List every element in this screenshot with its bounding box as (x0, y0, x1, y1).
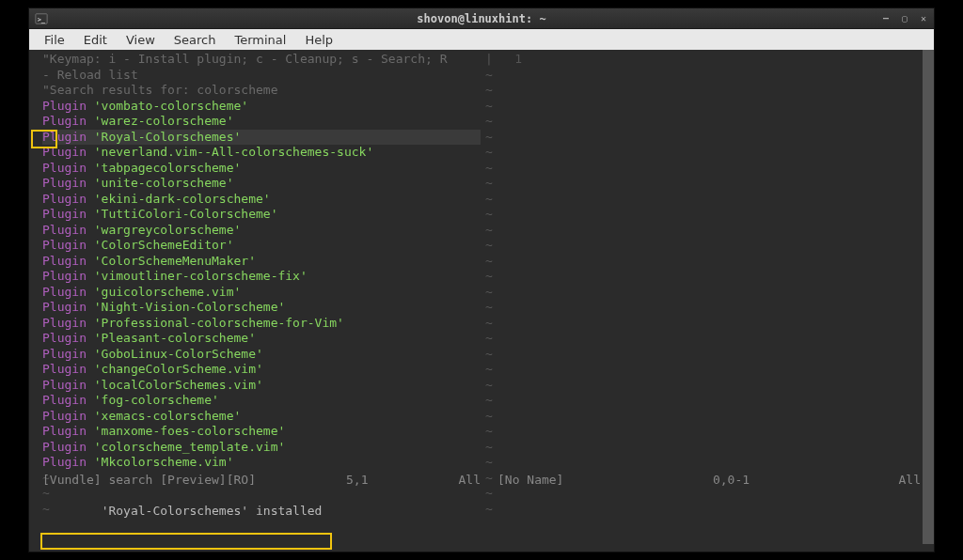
plugin-row[interactable]: Plugin 'GoboLinux-ColorScheme' (42, 347, 481, 363)
plugin-row[interactable]: Plugin 'Professional-colorscheme-for-Vim… (42, 316, 481, 332)
plugin-keyword: Plugin (42, 285, 94, 299)
plugin-row[interactable]: Plugin 'unite-colorscheme' (42, 176, 481, 192)
menu-edit[interactable]: Edit (74, 31, 117, 49)
plugin-row[interactable]: Plugin 'warez-colorscheme' (42, 114, 481, 130)
plugin-row[interactable]: Plugin 'neverland.vim--All-colorschemes-… (42, 145, 481, 161)
plugin-keyword: Plugin (42, 316, 94, 330)
plugin-name: 'GoboLinux-ColorScheme' (94, 347, 263, 361)
plugin-row[interactable]: Plugin 'guicolorscheme.vim' (42, 285, 481, 301)
menu-file[interactable]: File (35, 31, 74, 49)
close-button[interactable]: ✕ (917, 12, 930, 25)
plugin-row[interactable]: Plugin 'TuttiColori-Colorscheme' (42, 207, 481, 223)
plugin-keyword: Plugin (42, 409, 94, 423)
plugin-name: 'wargreycolorscheme' (94, 223, 242, 237)
plugin-name: 'Night-Vision-Colorscheme' (94, 300, 286, 314)
reload-hint: - Reload list (42, 68, 481, 84)
tilde-line: ~ (485, 99, 930, 115)
plugin-row[interactable]: Plugin 'wargreycolorscheme' (42, 223, 481, 239)
plugin-row[interactable]: Plugin 'ekini-dark-colorscheme' (42, 192, 481, 208)
tilde-line: ~ (485, 176, 930, 192)
tilde-line: ~ (485, 409, 930, 425)
plugin-row[interactable]: Plugin 'manxome-foes-colorscheme' (42, 424, 481, 440)
plugin-name: 'ColorSchemeEditor' (94, 238, 234, 252)
plugin-name: 'localColorSchemes.vim' (94, 378, 263, 392)
plugin-keyword: Plugin (42, 455, 94, 469)
minimize-button[interactable]: — (879, 12, 892, 25)
plugin-keyword: Plugin (42, 300, 94, 314)
plugin-name: 'ColorSchemeMenuMaker' (94, 254, 256, 268)
window-controls: — ▢ ✕ (879, 12, 930, 25)
terminal-window: >_ shovon@linuxhint: ~ — ▢ ✕ File Edit V… (28, 8, 935, 552)
plugin-row[interactable]: Plugin 'Mkcolorscheme.vim' (42, 455, 481, 471)
maximize-button[interactable]: ▢ (898, 12, 911, 25)
plugin-keyword: Plugin (42, 130, 94, 144)
plugin-keyword: Plugin (42, 269, 94, 283)
tilde-line: ~ (485, 192, 930, 208)
titlebar[interactable]: >_ shovon@linuxhint: ~ — ▢ ✕ (29, 8, 934, 29)
status-right-pct: All (899, 473, 921, 489)
plugin-name: 'xemacs-colorscheme' (94, 409, 242, 423)
plugin-keyword: Plugin (42, 347, 94, 361)
plugin-row[interactable]: Plugin 'tabpagecolorscheme' (42, 161, 481, 177)
plugin-row[interactable]: Plugin 'colorscheme_template.vim' (42, 440, 481, 456)
plugin-keyword: Plugin (42, 192, 94, 206)
plugin-name: 'Mkcolorscheme.vim' (94, 455, 234, 469)
plugin-keyword: Plugin (42, 331, 94, 345)
plugin-keyword: Plugin (42, 424, 94, 438)
tilde-line: ~ (485, 114, 930, 130)
tilde-line: ~ (485, 238, 930, 254)
highlight-annotation-cmdline (40, 533, 332, 550)
plugin-row[interactable]: Plugin 'xemacs-colorscheme' (42, 409, 481, 425)
plugin-row[interactable]: Plugin 'ColorSchemeEditor' (42, 238, 481, 254)
plugin-keyword: Plugin (42, 145, 94, 159)
plugin-row[interactable]: Plugin 'Night-Vision-Colorscheme' (42, 300, 481, 316)
plugin-row[interactable]: Plugin 'Pleasant-colorscheme' (42, 331, 481, 347)
status-left-name: [Vundle] search [Preview][RO] (42, 473, 256, 489)
tilde-line: ~ (485, 455, 930, 471)
tilde-line: ~ (485, 207, 930, 223)
window-title: shovon@linuxhint: ~ (417, 12, 545, 25)
menu-help[interactable]: Help (295, 31, 342, 49)
tilde-line: ~ (485, 83, 930, 99)
plugin-keyword: Plugin (42, 161, 94, 175)
cmdline-message: 'Royal-Colorschemes' installed (102, 504, 323, 518)
plugin-keyword: Plugin (42, 440, 94, 454)
plugin-name: 'guicolorscheme.vim' (94, 285, 242, 299)
tilde-line: ~ (485, 68, 930, 84)
keymap-text: i - Install plugin; c - Cleanup; s - Sea… (102, 52, 448, 66)
terminal-icon: >_ (35, 12, 48, 25)
menu-view[interactable]: View (117, 31, 165, 49)
plugin-name: 'warez-colorscheme' (94, 114, 234, 128)
scrollbar-thumb[interactable] (923, 50, 934, 544)
plugin-name: 'changeColorScheme.vim' (94, 362, 263, 376)
status-left-pct: All (459, 473, 481, 489)
menu-terminal[interactable]: Terminal (225, 31, 295, 49)
plugin-name: 'tabpagecolorscheme' (94, 161, 242, 175)
terminal-content[interactable]: "Keymap: i - Install plugin; c - Cleanup… (29, 50, 934, 552)
plugin-name: 'TuttiColori-Colorscheme' (94, 207, 278, 221)
statusline: [Vundle] search [Preview][RO] 5,1 All [N… (42, 473, 921, 489)
menubar: File Edit View Search Terminal Help (29, 29, 934, 50)
svg-text:>_: >_ (38, 15, 46, 23)
plugin-keyword: Plugin (42, 207, 94, 221)
plugin-row[interactable]: Plugin 'vombato-colorscheme' (42, 99, 481, 115)
plugin-row[interactable]: Plugin 'vimoutliner-colorscheme-fix' (42, 269, 481, 285)
plugin-row[interactable]: Plugin 'ColorSchemeMenuMaker' (42, 254, 481, 270)
plugin-name: 'colorscheme_template.vim' (94, 440, 286, 454)
plugin-name: 'unite-colorscheme' (94, 176, 234, 190)
plugin-keyword: Plugin (42, 378, 94, 392)
plugin-row[interactable]: Plugin 'Royal-Colorschemes' (42, 130, 481, 146)
tilde-line: ~ (485, 362, 930, 378)
search-results-header: "Search results for: colorscheme (42, 83, 481, 99)
plugin-row[interactable]: Plugin 'changeColorScheme.vim' (42, 362, 481, 378)
plugin-keyword: Plugin (42, 176, 94, 190)
menu-search[interactable]: Search (165, 31, 226, 49)
plugin-row[interactable]: Plugin 'localColorSchemes.vim' (42, 378, 481, 394)
plugin-keyword: Plugin (42, 362, 94, 376)
tilde-line: ~ (485, 331, 930, 347)
right-pane-header: | 1 (485, 52, 930, 68)
plugin-name: 'vimoutliner-colorscheme-fix' (94, 269, 308, 283)
scrollbar[interactable] (923, 50, 934, 544)
tilde-line: ~ (485, 440, 930, 456)
plugin-row[interactable]: Plugin 'fog-colorscheme' (42, 393, 481, 409)
